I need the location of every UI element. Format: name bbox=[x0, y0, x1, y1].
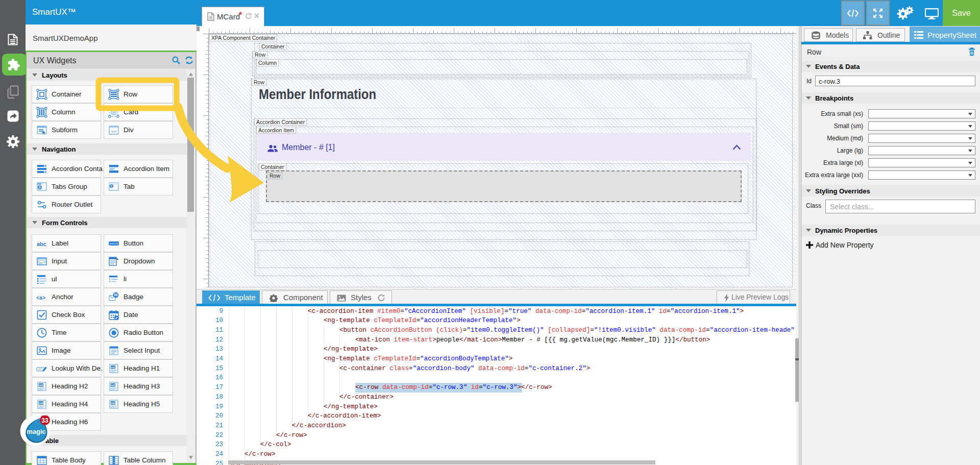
svg-text:H1: H1 bbox=[111, 366, 115, 369]
svg-text:H2: H2 bbox=[39, 384, 43, 387]
svg-text:00: 00 bbox=[114, 293, 118, 297]
svg-text:<>: <> bbox=[111, 129, 116, 134]
svg-text:BUTTON: BUTTON bbox=[110, 242, 118, 245]
svg-text:H3: H3 bbox=[111, 384, 115, 387]
svg-text:33: 33 bbox=[41, 417, 48, 424]
svg-text:<a>: <a> bbox=[36, 296, 45, 301]
svg-text:H5: H5 bbox=[111, 402, 115, 405]
svg-text:magic: magic bbox=[27, 428, 46, 435]
svg-text:H4: H4 bbox=[39, 402, 43, 405]
svg-text:abc: abc bbox=[37, 241, 46, 247]
